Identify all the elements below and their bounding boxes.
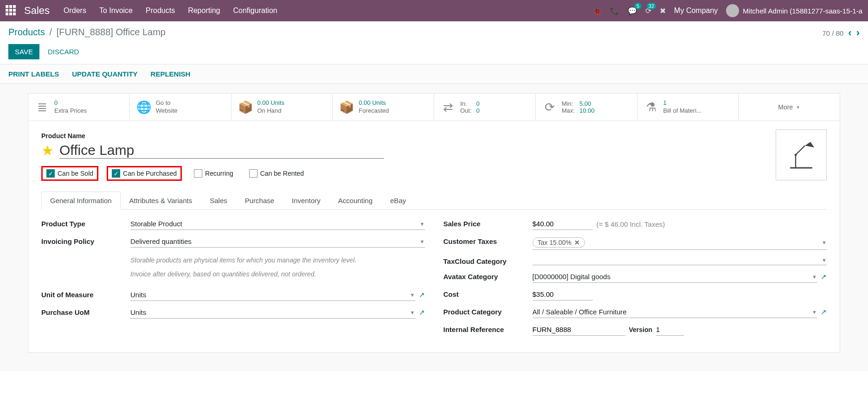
product-type-label: Product Type bbox=[41, 218, 125, 228]
recurring-label: Recurring bbox=[205, 170, 233, 177]
stat-website[interactable]: 🌐 Go to Website bbox=[130, 94, 231, 121]
invoicing-policy-label: Invoicing Policy bbox=[41, 236, 125, 245]
activities-badge: 32 bbox=[647, 3, 656, 9]
menu-orders[interactable]: Orders bbox=[64, 6, 86, 15]
sales-price-label: Sales Price bbox=[444, 218, 527, 228]
print-labels-button[interactable]: PRINT LABELS bbox=[8, 70, 59, 78]
stat-min-max[interactable]: ⟳ Min:5.00 Max:10.00 bbox=[536, 94, 637, 121]
replenish-button[interactable]: REPLENISH bbox=[151, 70, 191, 78]
purchase-uom-external-link-icon[interactable]: ↗ bbox=[419, 308, 425, 317]
arrows-icon: ⇄ bbox=[441, 100, 456, 115]
user-name: Mitchell Admin (15881277-saas-15-1-a bbox=[743, 7, 862, 15]
cost-label: Cost bbox=[444, 288, 527, 298]
stat-more[interactable]: More ▼ bbox=[739, 94, 840, 121]
lamp-icon bbox=[783, 136, 820, 173]
stat-row: ≣ 0 Extra Prices 🌐 Go to Website 📦 0.00 … bbox=[28, 94, 840, 121]
bug-icon[interactable]: 🐞 bbox=[592, 6, 602, 15]
can-be-purchased-wrap: Can be Purchased bbox=[107, 166, 182, 181]
tab-attributes-variants[interactable]: Attributes & Variants bbox=[121, 192, 201, 210]
stat-extra-prices[interactable]: ≣ 0 Extra Prices bbox=[28, 94, 130, 121]
tools-icon[interactable]: ✖ bbox=[660, 6, 666, 15]
recurring-checkbox[interactable] bbox=[194, 169, 202, 178]
caret-down-icon: ▼ bbox=[796, 105, 800, 110]
menu-configuration[interactable]: Configuration bbox=[233, 6, 277, 15]
update-quantity-button[interactable]: UPDATE QUANTITY bbox=[72, 70, 137, 78]
category-select[interactable]: All / Saleable / Office Furniture ▼ bbox=[533, 306, 817, 318]
can-be-sold-checkbox[interactable] bbox=[46, 169, 55, 178]
stat-bom[interactable]: ⚗ 1 Bill of Materi... bbox=[637, 94, 739, 121]
caret-down-icon: ▼ bbox=[812, 274, 817, 280]
cost-input[interactable] bbox=[533, 288, 593, 300]
internal-ref-input[interactable] bbox=[533, 324, 625, 336]
user-menu[interactable]: Mitchell Admin (15881277-saas-15-1-a bbox=[726, 4, 862, 17]
pager-next-icon[interactable]: › bbox=[856, 27, 860, 39]
pager-text[interactable]: 70 / 80 bbox=[822, 29, 843, 37]
product-type-select[interactable]: Storable Product ▼ bbox=[130, 218, 425, 230]
tab-inventory[interactable]: Inventory bbox=[283, 192, 329, 210]
menu-reporting[interactable]: Reporting bbox=[188, 6, 220, 15]
can-be-purchased-label: Can be Purchased bbox=[123, 170, 177, 177]
purchase-uom-label: Purchase UoM bbox=[41, 306, 125, 316]
form-sheet: ≣ 0 Extra Prices 🌐 Go to Website 📦 0.00 … bbox=[28, 93, 840, 353]
help-text-1: Storable products are physical items for… bbox=[130, 256, 425, 265]
sheet-container: ≣ 0 Extra Prices 🌐 Go to Website 📦 0.00 … bbox=[0, 84, 868, 371]
tab-accounting[interactable]: Accounting bbox=[329, 192, 381, 210]
tab-sales[interactable]: Sales bbox=[201, 192, 236, 210]
list-icon: ≣ bbox=[35, 100, 50, 115]
right-column: Sales Price (= $ 46.00 Incl. Taxes) Cust… bbox=[444, 218, 827, 341]
purchase-uom-select[interactable]: Units ▼ bbox=[130, 306, 415, 319]
can-be-sold-wrap: Can be Sold bbox=[41, 166, 98, 181]
invoicing-policy-select[interactable]: Delivered quantities ▼ bbox=[130, 236, 425, 248]
menu-to-invoice[interactable]: To Invoice bbox=[99, 6, 133, 15]
stat-in-out[interactable]: ⇄ In:0 Out:0 bbox=[434, 94, 536, 121]
refresh-icon: ⟳ bbox=[542, 100, 557, 115]
stat-on-hand[interactable]: 📦 0.00 Units On Hand bbox=[231, 94, 333, 121]
favorite-star-icon[interactable]: ★ bbox=[41, 142, 54, 159]
app-brand[interactable]: Sales bbox=[24, 5, 50, 17]
uom-external-link-icon[interactable]: ↗ bbox=[419, 291, 425, 299]
flask-icon: ⚗ bbox=[644, 100, 659, 115]
caret-down-icon: ▼ bbox=[420, 239, 425, 244]
tabs: General Information Attributes & Variant… bbox=[41, 191, 827, 210]
sales-price-note: (= $ 46.00 Incl. Taxes) bbox=[597, 220, 665, 228]
taxcloud-select[interactable]: ▼ bbox=[533, 255, 827, 265]
messages-badge: 5 bbox=[634, 3, 642, 9]
tab-purchase[interactable]: Purchase bbox=[236, 192, 283, 210]
phone-icon[interactable]: 📞 bbox=[610, 6, 619, 15]
can-be-rented-checkbox[interactable] bbox=[249, 169, 257, 178]
pager-prev-icon[interactable]: ‹ bbox=[848, 27, 851, 39]
avatax-select[interactable]: [D0000000] Digital goods ▼ bbox=[533, 271, 817, 283]
discard-button[interactable]: DISCARD bbox=[48, 48, 79, 56]
product-name-input[interactable] bbox=[59, 142, 384, 159]
sub-actions: PRINT LABELS UPDATE QUANTITY REPLENISH bbox=[0, 64, 868, 84]
activities-icon[interactable]: ⟳32 bbox=[645, 6, 651, 15]
main-menu: Orders To Invoice Products Reporting Con… bbox=[64, 6, 277, 15]
menu-products[interactable]: Products bbox=[146, 6, 175, 15]
category-label: Product Category bbox=[444, 306, 527, 316]
apps-icon[interactable] bbox=[6, 5, 17, 16]
caret-down-icon: ▼ bbox=[822, 257, 827, 263]
tag-remove-icon[interactable]: ✕ bbox=[574, 239, 580, 246]
uom-select[interactable]: Units ▼ bbox=[130, 289, 415, 301]
breadcrumb-root[interactable]: Products bbox=[8, 27, 45, 37]
tab-ebay[interactable]: eBay bbox=[381, 192, 415, 210]
svg-point-0 bbox=[795, 154, 797, 156]
avatax-external-link-icon[interactable]: ↗ bbox=[821, 273, 827, 281]
customer-taxes-field[interactable]: Tax 15.00% ✕ ▼ bbox=[533, 236, 827, 250]
version-input[interactable] bbox=[656, 324, 684, 336]
category-external-link-icon[interactable]: ↗ bbox=[821, 308, 827, 316]
product-name-label: Product Name bbox=[41, 132, 827, 140]
product-image[interactable] bbox=[776, 129, 827, 180]
save-button[interactable]: SAVE bbox=[8, 44, 39, 59]
caret-down-icon: ▼ bbox=[410, 292, 415, 298]
boxes-icon: 📦 bbox=[339, 100, 354, 115]
messages-icon[interactable]: 💬5 bbox=[628, 6, 637, 15]
pager: 70 / 80 ‹ › bbox=[822, 27, 860, 39]
company-switcher[interactable]: My Company bbox=[674, 6, 718, 15]
sales-price-input[interactable] bbox=[533, 218, 593, 230]
tax-tag: Tax 15.00% ✕ bbox=[533, 237, 585, 248]
stat-forecasted[interactable]: 📦 0.00 Units Forecasted bbox=[333, 94, 434, 121]
help-text-2: Invoice after delivery, based on quantit… bbox=[130, 270, 425, 279]
can-be-purchased-checkbox[interactable] bbox=[112, 169, 120, 178]
tab-general-information[interactable]: General Information bbox=[41, 192, 121, 210]
